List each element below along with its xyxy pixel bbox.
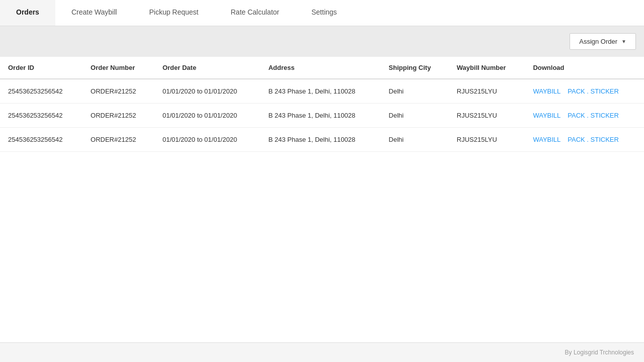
pack-sticker-link[interactable]: PACK . STICKER — [568, 87, 619, 95]
cell-order-number: ORDER#21252 — [83, 79, 154, 104]
footer: By Logisgrid Trchnologies — [0, 342, 644, 362]
table-header-row: Order ID Order Number Order Date Address… — [0, 57, 644, 79]
navigation: Orders Create Waybill Pickup Request Rat… — [0, 0, 644, 26]
orders-table-container: Order ID Order Number Order Date Address… — [0, 57, 644, 342]
col-header-order-id: Order ID — [0, 57, 83, 79]
cell-download: WAYBILL PACK . STICKER — [525, 128, 644, 152]
col-header-shipping-city: Shipping City — [381, 57, 449, 79]
cell-order-id: 254536253256542 — [0, 79, 83, 104]
nav-pickup-request[interactable]: Pickup Request — [133, 0, 214, 26]
pack-sticker-link[interactable]: PACK . STICKER — [568, 112, 619, 119]
cell-order-date: 01/01/2020 to 01/01/2020 — [154, 104, 260, 128]
cell-download: WAYBILL PACK . STICKER — [525, 104, 644, 128]
cell-waybill-number: RJUS215LYU — [449, 104, 525, 128]
assign-order-button[interactable]: Assign Order ▼ — [570, 33, 636, 50]
cell-shipping-city: Delhi — [381, 79, 449, 104]
cell-order-id: 254536253256542 — [0, 128, 83, 152]
cell-download: WAYBILL PACK . STICKER — [525, 79, 644, 104]
table-row: 254536253256542 ORDER#21252 01/01/2020 t… — [0, 79, 644, 104]
cell-address: B 243 Phase 1, Delhi, 110028 — [260, 104, 380, 128]
nav-orders[interactable]: Orders — [0, 0, 55, 26]
col-header-download: Download — [525, 57, 644, 79]
chevron-down-icon: ▼ — [621, 39, 626, 44]
cell-order-date: 01/01/2020 to 01/01/2020 — [154, 79, 260, 104]
cell-shipping-city: Delhi — [381, 128, 449, 152]
cell-address: B 243 Phase 1, Delhi, 110028 — [260, 128, 380, 152]
cell-waybill-number: RJUS215LYU — [449, 79, 525, 104]
cell-order-date: 01/01/2020 to 01/01/2020 — [154, 128, 260, 152]
nav-create-waybill[interactable]: Create Waybill — [55, 0, 133, 26]
col-header-order-number: Order Number — [83, 57, 154, 79]
waybill-link[interactable]: WAYBILL — [533, 136, 560, 143]
waybill-link[interactable]: WAYBILL — [533, 112, 560, 119]
nav-rate-calculator[interactable]: Rate Calculator — [215, 0, 296, 26]
pack-sticker-link[interactable]: PACK . STICKER — [568, 136, 619, 143]
col-header-address: Address — [260, 57, 380, 79]
cell-order-number: ORDER#21252 — [83, 128, 154, 152]
cell-shipping-city: Delhi — [381, 104, 449, 128]
col-header-waybill-number: Waybill Number — [449, 57, 525, 79]
toolbar: Assign Order ▼ — [0, 26, 644, 57]
table-row: 254536253256542 ORDER#21252 01/01/2020 t… — [0, 128, 644, 152]
orders-table: Order ID Order Number Order Date Address… — [0, 57, 644, 152]
table-row: 254536253256542 ORDER#21252 01/01/2020 t… — [0, 104, 644, 128]
nav-settings[interactable]: Settings — [295, 0, 353, 26]
cell-order-id: 254536253256542 — [0, 104, 83, 128]
col-header-order-date: Order Date — [154, 57, 260, 79]
cell-address: B 243 Phase 1, Delhi, 110028 — [260, 79, 380, 104]
cell-order-number: ORDER#21252 — [83, 104, 154, 128]
waybill-link[interactable]: WAYBILL — [533, 87, 560, 95]
cell-waybill-number: RJUS215LYU — [449, 128, 525, 152]
